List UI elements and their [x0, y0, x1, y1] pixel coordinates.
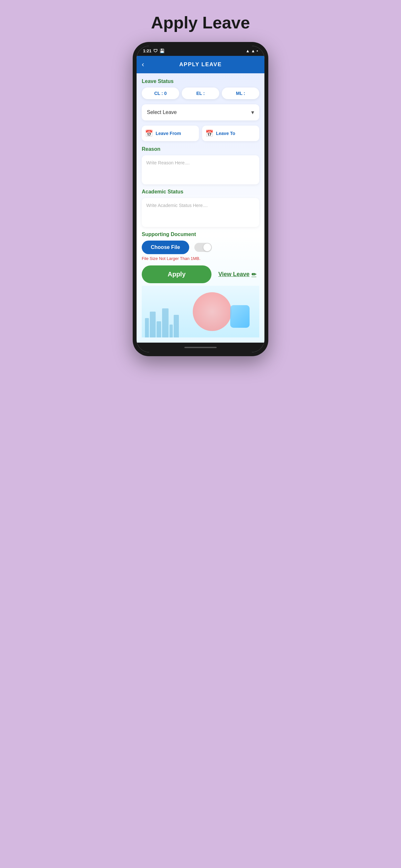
action-row: Apply View Leave ✏ — [142, 266, 259, 283]
building-6 — [174, 315, 179, 337]
document-toggle[interactable] — [194, 243, 212, 252]
file-size-warning: File Size Not Larger Than 1MB. — [142, 256, 259, 261]
apply-button[interactable]: Apply — [142, 266, 212, 283]
leave-to-button[interactable]: 📅 Leave To — [202, 126, 259, 141]
back-button[interactable]: ‹ — [142, 60, 144, 69]
leave-to-label: Leave To — [216, 131, 235, 136]
view-leave-label: View Leave — [218, 271, 250, 278]
page-title: Apply Leave — [151, 13, 250, 32]
calendar-to-icon: 📅 — [205, 129, 213, 137]
page-wrapper: Apply Leave 1:21 🛡 💾 ▲ ▲ ▪ ‹ APPLY LEAVE — [123, 13, 278, 356]
app-body: Leave Status CL : 0 EL : ML : Select Lea… — [136, 73, 265, 343]
select-leave-text: Select Leave — [147, 110, 177, 115]
supporting-section: Supporting Document Choose File File Siz… — [142, 231, 259, 261]
phone-inner: 1:21 🛡 💾 ▲ ▲ ▪ ‹ APPLY LEAVE Leave Statu… — [136, 46, 265, 352]
select-leave-dropdown[interactable]: Select Leave ▾ — [142, 104, 259, 120]
time-display: 1:21 — [143, 49, 151, 53]
building-2 — [150, 312, 156, 337]
building-1 — [145, 318, 149, 337]
battery-icon: ▪ — [256, 49, 258, 53]
leave-from-label: Leave From — [156, 131, 181, 136]
home-bar — [184, 347, 217, 348]
edit-icon: ✏ — [251, 271, 256, 278]
status-bar: 1:21 🛡 💾 ▲ ▲ ▪ — [136, 46, 265, 56]
wifi-icon: ▲ — [246, 49, 250, 53]
home-indicator — [136, 343, 265, 352]
reason-placeholder: Write Reason Here.... — [146, 160, 189, 165]
choose-file-button[interactable]: Choose File — [142, 241, 189, 254]
cl-badge: CL : 0 — [142, 88, 179, 99]
app-header: ‹ APPLY LEAVE — [136, 56, 265, 73]
academic-section: Academic Status Write Academic Status He… — [142, 189, 259, 227]
phone-frame: 1:21 🛡 💾 ▲ ▲ ▪ ‹ APPLY LEAVE Leave Statu… — [133, 42, 268, 356]
ml-badge: ML : — [222, 88, 259, 99]
city-illustration — [142, 308, 182, 337]
sd-card-icon: 💾 — [159, 49, 165, 53]
signal-icon: ▲ — [251, 49, 255, 53]
circle-decoration — [193, 292, 232, 331]
supporting-doc-label: Supporting Document — [142, 231, 259, 237]
status-left: 1:21 🛡 💾 — [143, 49, 165, 53]
chevron-down-icon: ▾ — [251, 109, 254, 116]
leave-status-row: CL : 0 EL : ML : — [142, 88, 259, 99]
leave-from-button[interactable]: 📅 Leave From — [142, 126, 199, 141]
header-title: APPLY LEAVE — [179, 61, 221, 68]
date-row: 📅 Leave From 📅 Leave To — [142, 126, 259, 141]
status-right: ▲ ▲ ▪ — [246, 49, 258, 53]
calendar-from-icon: 📅 — [145, 129, 153, 137]
building-5 — [169, 324, 173, 337]
reason-section: Reason Write Reason Here.... — [142, 146, 259, 184]
el-badge: EL : — [182, 88, 219, 99]
building-4 — [162, 308, 168, 337]
academic-status-textarea[interactable]: Write Academic Status Here.... — [142, 198, 259, 227]
view-leave-button[interactable]: View Leave ✏ — [215, 271, 259, 278]
choose-file-row: Choose File — [142, 241, 259, 254]
reason-label: Reason — [142, 146, 259, 152]
shield-icon: 🛡 — [153, 49, 158, 53]
bag-decoration — [230, 305, 250, 328]
leave-status-label: Leave Status — [142, 79, 259, 84]
reason-textarea[interactable]: Write Reason Here.... — [142, 155, 259, 184]
academic-status-label: Academic Status — [142, 189, 259, 195]
bottom-illustration — [142, 286, 259, 337]
toggle-knob — [204, 244, 211, 251]
academic-status-placeholder: Write Academic Status Here.... — [146, 203, 208, 208]
building-3 — [157, 321, 161, 337]
